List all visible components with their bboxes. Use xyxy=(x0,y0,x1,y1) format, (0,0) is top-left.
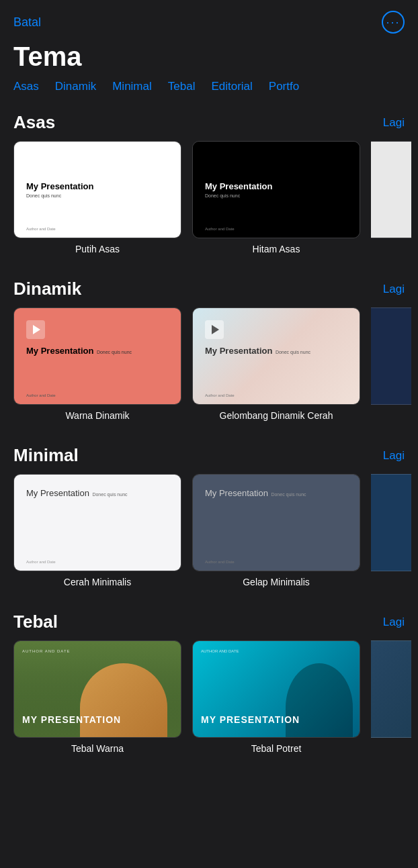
thumb-tebal-1: AUTHOR AND DATE MY PRESENTATION xyxy=(13,640,181,738)
dinamik-cards-row: My Presentation Donec quis nunc Author a… xyxy=(0,307,418,421)
theme-tebal-1[interactable]: AUTHOR AND DATE MY PRESENTATION Tebal Wa… xyxy=(13,640,181,754)
thumb-cerah-min: My Presentation Donec quis nunc Author a… xyxy=(13,474,181,571)
thumb-putih-asas: My Presentation Donec quis nunc Author a… xyxy=(13,141,181,238)
section-asas-more[interactable]: Lagi xyxy=(383,116,405,130)
gelap-minimalis-label: Gelap Minimalis xyxy=(243,577,310,587)
thumb-gelap-min: My Presentation Donec quis nunc Author a… xyxy=(192,474,360,571)
gelap-sub: Donec quis nunc xyxy=(271,492,306,497)
putih-sub: Donec quis nunc xyxy=(26,193,169,198)
gelombang-sub: Donec quis nunc xyxy=(276,350,310,354)
section-dinamik-title: Dinamik xyxy=(13,279,81,299)
tebal1-title: MY PRESENTATION xyxy=(22,714,121,725)
theme-gelap-min[interactable]: My Presentation Donec quis nunc Author a… xyxy=(192,474,360,587)
play-icon-gelombang xyxy=(205,320,224,339)
cerah-sub: Donec quis nunc xyxy=(92,492,127,497)
asas-cards-row: My Presentation Donec quis nunc Author a… xyxy=(0,141,418,254)
page-title: Tema xyxy=(0,39,418,80)
hitam-sub: Donec quis nunc xyxy=(205,193,347,198)
gelap-title: My Presentation xyxy=(205,488,268,498)
section-tebal-title: Tebal xyxy=(13,612,58,632)
section-dinamik-header: Dinamik Lagi xyxy=(0,271,418,307)
cerah-author: Author and Date xyxy=(26,560,56,564)
tab-dinamik[interactable]: Dinamik xyxy=(55,80,96,93)
more-icon: ··· xyxy=(386,16,400,28)
gelombang-dinamik-label: Gelombang Dinamik Cerah xyxy=(220,410,333,421)
tebal-1-label: Tebal Warna xyxy=(71,743,124,754)
more-button[interactable]: ··· xyxy=(382,11,405,34)
cerah-minimalis-label: Cerah Minimalis xyxy=(64,577,131,587)
warna-author: Author and Date xyxy=(26,393,56,397)
tab-portfolio[interactable]: Portfo xyxy=(269,80,299,93)
thumb-hitam-asas: My Presentation Donec quis nunc Author a… xyxy=(192,141,360,238)
section-tebal: Tebal Lagi AUTHOR AND DATE MY PRESENTATI… xyxy=(0,604,418,770)
hitam-asas-label: Hitam Asas xyxy=(253,244,300,254)
thumb-tebal-2: AUTHOR AND DATE MY PRESENTATION xyxy=(192,640,360,738)
thumb-tebal-partial xyxy=(371,640,411,738)
hitam-author: Author and Date xyxy=(205,227,235,231)
section-minimal-more[interactable]: Lagi xyxy=(383,449,405,463)
hitam-title: My Presentation xyxy=(205,181,347,191)
tab-asas[interactable]: Asas xyxy=(13,80,39,93)
play-icon-warna xyxy=(26,320,45,339)
header: Batal ··· xyxy=(0,0,418,39)
theme-warna-dinamik[interactable]: My Presentation Donec quis nunc Author a… xyxy=(13,307,181,421)
putih-title: My Presentation xyxy=(26,181,169,191)
theme-dinamik-partial[interactable]: M Don xyxy=(371,307,411,421)
thumb-dinamik-partial: M Don xyxy=(371,307,411,405)
thumb-asas-partial xyxy=(371,141,411,238)
thumb-gelombang: My Presentation Donec quis nunc Author a… xyxy=(192,307,360,405)
section-dinamik-more[interactable]: Lagi xyxy=(383,283,405,296)
section-minimal: Minimal Lagi My Presentation Donec quis … xyxy=(0,437,418,604)
section-minimal-header: Minimal Lagi xyxy=(0,437,418,474)
section-minimal-title: Minimal xyxy=(13,445,79,466)
theme-hitam-asas[interactable]: My Presentation Donec quis nunc Author a… xyxy=(192,141,360,254)
tebal-2-label: Tebal Potret xyxy=(251,743,302,754)
theme-gelombang[interactable]: My Presentation Donec quis nunc Author a… xyxy=(192,307,360,421)
section-asas-title: Asas xyxy=(13,112,55,133)
gelombang-title: My Presentation xyxy=(205,346,272,356)
section-asas-header: Asas Lagi xyxy=(0,104,418,141)
thumb-warna-dinamik: My Presentation Donec quis nunc Author a… xyxy=(13,307,181,405)
tebal1-author: AUTHOR AND DATE xyxy=(22,649,71,653)
tebal2-title: MY PRESENTATION xyxy=(201,714,300,725)
tebal-cards-row: AUTHOR AND DATE MY PRESENTATION Tebal Wa… xyxy=(0,640,418,754)
theme-tebal-partial[interactable] xyxy=(371,640,411,754)
warna-title: My Presentation xyxy=(26,346,93,356)
theme-asas-partial[interactable] xyxy=(371,141,411,254)
gelap-author: Author and Date xyxy=(205,560,235,564)
gelombang-author: Author and Date xyxy=(205,393,235,397)
section-dinamik: Dinamik Lagi My Presentation Donec quis … xyxy=(0,271,418,437)
tab-minimal[interactable]: Minimal xyxy=(112,80,152,93)
theme-minimal-partial[interactable]: M Don xyxy=(371,474,411,587)
thumb-minimal-partial: M Don xyxy=(371,474,411,571)
theme-tebal-2[interactable]: AUTHOR AND DATE MY PRESENTATION Tebal Po… xyxy=(192,640,360,754)
tab-editorial[interactable]: Editorial xyxy=(211,80,252,93)
cancel-button[interactable]: Batal xyxy=(13,15,41,30)
theme-cerah-min[interactable]: My Presentation Donec quis nunc Author a… xyxy=(13,474,181,587)
category-tabs: Asas Dinamik Minimal Tebal Editorial Por… xyxy=(0,80,418,104)
warna-sub: Donec quis nunc xyxy=(97,350,132,354)
section-tebal-header: Tebal Lagi xyxy=(0,604,418,640)
section-tebal-more[interactable]: Lagi xyxy=(383,616,405,629)
tab-tebal[interactable]: Tebal xyxy=(168,80,196,93)
putih-asas-label: Putih Asas xyxy=(75,244,120,254)
cerah-title: My Presentation xyxy=(26,488,89,498)
section-asas: Asas Lagi My Presentation Donec quis nun… xyxy=(0,104,418,271)
warna-dinamik-label: Warna Dinamik xyxy=(65,410,129,421)
minimal-cards-row: My Presentation Donec quis nunc Author a… xyxy=(0,474,418,587)
putih-author: Author and Date xyxy=(26,227,56,231)
theme-putih-asas[interactable]: My Presentation Donec quis nunc Author a… xyxy=(13,141,181,254)
tebal2-author: AUTHOR AND DATE xyxy=(201,649,239,653)
